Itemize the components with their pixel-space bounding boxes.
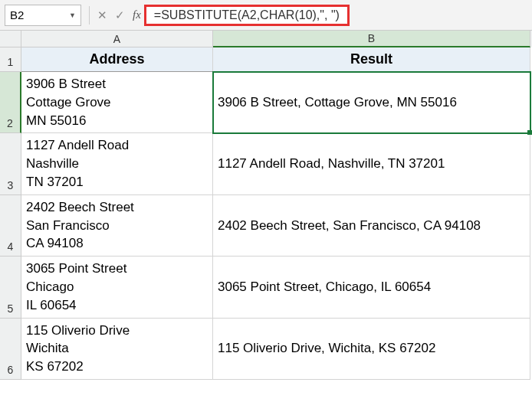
- cell-text: 2402 Beech Street, San Francisco, CA 941…: [218, 217, 481, 235]
- cell-text: 3906 B Street, Cottage Grove, MN 55016: [218, 93, 457, 112]
- row-header-4[interactable]: 4: [0, 195, 21, 257]
- cell-A6[interactable]: 115 Oliverio Drive Wichita KS 67202: [21, 319, 213, 380]
- cell-text: 115 Oliverio Drive: [26, 322, 208, 340]
- row-header-5[interactable]: 5: [0, 257, 21, 318]
- cell-B6[interactable]: 115 Oliverio Drive, Wichita, KS 67202: [213, 319, 530, 380]
- cell-text: 2402 Beech Street: [26, 198, 208, 217]
- name-box-dropdown-icon[interactable]: ▼: [69, 11, 76, 19]
- row-header-3[interactable]: 3: [0, 133, 21, 194]
- row-1: 1 Address Result: [0, 47, 532, 72]
- cell-A4[interactable]: 2402 Beech Street San Francisco CA 94108: [21, 195, 213, 257]
- cell-B1[interactable]: Result: [213, 47, 530, 72]
- separator: [89, 6, 90, 25]
- cell-text: 3065 Point Street: [26, 260, 208, 278]
- cell-text: Cottage Grove: [26, 93, 208, 112]
- cell-A5[interactable]: 3065 Point Street Chicago IL 60654: [21, 257, 213, 318]
- cancel-icon[interactable]: ✕: [97, 8, 107, 22]
- name-box-value: B2: [10, 8, 24, 21]
- cell-text: Chicago: [26, 278, 208, 296]
- cell-text: 3065 Point Street, Chicago, IL 60654: [218, 278, 431, 296]
- row-header-6[interactable]: 6: [0, 319, 21, 380]
- cell-text: San Francisco: [26, 217, 208, 235]
- column-headers: A B: [0, 31, 532, 47]
- row-2: 2 3906 B Street Cottage Grove MN 55016 3…: [0, 72, 532, 133]
- cell-A3[interactable]: 1127 Andell Road Nashville TN 37201: [21, 133, 213, 194]
- formula-bar-icons: ✕ ✓ fx: [93, 8, 146, 22]
- spreadsheet-grid: A B 1 Address Result 2 3906 B Street Cot…: [0, 31, 532, 380]
- formula-input-area[interactable]: =SUBSTITUTE(A2,CHAR(10),", "): [146, 5, 532, 26]
- cell-A1[interactable]: Address: [21, 47, 213, 72]
- cell-text: 115 Oliverio Drive, Wichita, KS 67202: [218, 339, 435, 358]
- row-header-1[interactable]: 1: [0, 47, 21, 72]
- row-4: 4 2402 Beech Street San Francisco CA 941…: [0, 195, 532, 257]
- select-all-corner[interactable]: [0, 31, 21, 47]
- cell-text: Wichita: [26, 339, 208, 358]
- fill-handle[interactable]: [527, 130, 532, 135]
- row-3: 3 1127 Andell Road Nashville TN 37201 11…: [0, 133, 532, 194]
- formula-text: =SUBSTITUTE(A2,CHAR(10),", "): [144, 5, 350, 26]
- cell-B2[interactable]: 3906 B Street, Cottage Grove, MN 55016: [213, 72, 530, 133]
- name-box[interactable]: B2 ▼: [5, 5, 81, 26]
- cell-text: 1127 Andell Road: [26, 136, 208, 155]
- cell-text: CA 94108: [26, 234, 208, 253]
- cell-B3[interactable]: 1127 Andell Road, Nashville, TN 37201: [213, 133, 530, 194]
- cell-B5[interactable]: 3065 Point Street, Chicago, IL 60654: [213, 257, 530, 318]
- cell-text: KS 67202: [26, 358, 208, 376]
- cell-B4[interactable]: 2402 Beech Street, San Francisco, CA 941…: [213, 195, 530, 257]
- column-header-A[interactable]: A: [21, 31, 213, 47]
- formula-bar: B2 ▼ ✕ ✓ fx =SUBSTITUTE(A2,CHAR(10),", "…: [0, 0, 532, 31]
- cell-text: MN 55016: [26, 112, 208, 130]
- row-header-2[interactable]: 2: [0, 72, 21, 133]
- confirm-icon[interactable]: ✓: [115, 8, 125, 22]
- cell-text: Nashville: [26, 155, 208, 173]
- cell-text: IL 60654: [26, 296, 208, 315]
- row-6: 6 115 Oliverio Drive Wichita KS 67202 11…: [0, 319, 532, 380]
- cell-A2[interactable]: 3906 B Street Cottage Grove MN 55016: [21, 72, 213, 133]
- cell-text: 1127 Andell Road, Nashville, TN 37201: [218, 155, 445, 173]
- cell-text: TN 37201: [26, 173, 208, 191]
- fx-icon[interactable]: fx: [133, 8, 141, 21]
- row-5: 5 3065 Point Street Chicago IL 60654 306…: [0, 257, 532, 318]
- cell-text: 3906 B Street: [26, 75, 208, 93]
- column-header-B[interactable]: B: [213, 31, 530, 47]
